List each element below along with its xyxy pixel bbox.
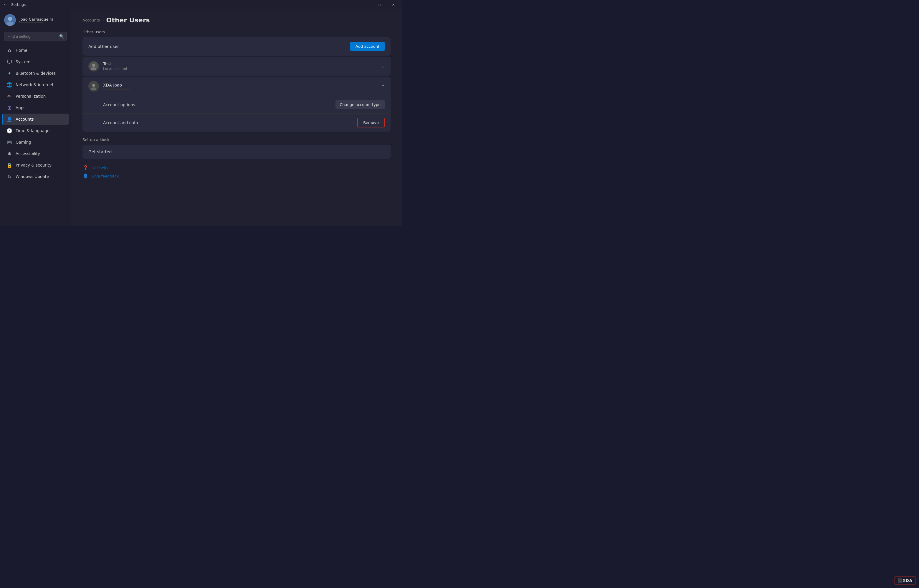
get-help-icon: ❓ (83, 165, 88, 171)
username: João Carrasqueira (19, 17, 53, 21)
titlebar: ← Settings — □ ✕ (0, 0, 402, 10)
user-profile[interactable]: João Carrasqueira (0, 10, 71, 31)
user-info: João Carrasqueira (19, 17, 53, 23)
sidebar-item-label: Home (16, 48, 28, 53)
page-title: Other Users (106, 16, 150, 24)
user-item-xdajoao-info: XDA Joao (103, 83, 130, 90)
give-feedback-link[interactable]: 👤 Give feedback (83, 173, 391, 179)
svg-rect-3 (7, 60, 11, 63)
window-controls: — □ ✕ (359, 0, 400, 10)
sidebar-item-label: Gaming (16, 140, 31, 144)
kiosk-row[interactable]: Get started (83, 145, 391, 159)
sidebar-item-label: Time & language (16, 128, 50, 133)
sidebar-item-personalization[interactable]: ✏ Personalization (2, 90, 69, 102)
remove-button[interactable]: Remove (357, 118, 385, 128)
user-item-test-avatar (88, 61, 99, 71)
sidebar-item-label: Privacy & security (16, 163, 52, 168)
nav-items: ⌂ Home System ✦ Bluetooth & devices 🌐 Ne… (0, 44, 71, 183)
user-item-xdajoao-header[interactable]: XDA Joao ⌄ (83, 77, 391, 96)
sidebar-item-home[interactable]: ⌂ Home (2, 45, 69, 56)
kiosk-section-title: Set up a kiosk (83, 137, 391, 142)
sidebar-item-label: Network & internet (16, 82, 53, 87)
user-item-test-info: Test Local account (103, 61, 128, 71)
user-item-xdajoao-chevron-icon: ⌄ (381, 84, 385, 89)
sidebar: João Carrasqueira 🔍 ⌂ Home (0, 10, 71, 226)
sidebar-item-apps[interactable]: ⊞ Apps (2, 102, 69, 113)
personalization-icon: ✏ (7, 94, 12, 99)
sidebar-item-label: Apps (16, 105, 25, 110)
account-and-data-label: Account and data (103, 120, 138, 125)
get-help-label: Get help (91, 166, 107, 170)
sidebar-item-label: Personalization (16, 94, 45, 99)
accounts-icon: 👤 (7, 116, 12, 122)
search-box: 🔍 (4, 32, 66, 41)
sidebar-item-system[interactable]: System (2, 56, 69, 68)
main-content: Accounts › Other Users Other users Add o… (71, 10, 402, 226)
sidebar-item-label: Accessibility (16, 151, 40, 156)
sidebar-item-bluetooth[interactable]: ✦ Bluetooth & devices (2, 68, 69, 79)
user-item-test-name: Test (103, 61, 128, 66)
sidebar-item-label: System (16, 60, 30, 64)
give-feedback-icon: 👤 (83, 173, 88, 179)
sidebar-item-update[interactable]: ↻ Windows Update (2, 171, 69, 182)
add-other-user-label: Add other user (88, 44, 119, 49)
sidebar-item-time[interactable]: 🕐 Time & language (2, 125, 69, 136)
user-item-xdajoao-name: XDA Joao (103, 83, 130, 87)
add-user-row: Add other user Add account (83, 37, 391, 56)
user-item-xdajoao: XDA Joao ⌄ Account options Change accoun… (83, 77, 391, 132)
close-button[interactable]: ✕ (386, 0, 400, 10)
system-icon (7, 59, 12, 65)
user-item-xdajoao-avatar (88, 81, 99, 92)
maximize-button[interactable]: □ (373, 0, 386, 10)
svg-rect-4 (8, 63, 10, 64)
time-icon: 🕐 (7, 128, 12, 133)
network-icon: 🌐 (7, 82, 12, 87)
back-button[interactable]: ← (2, 3, 9, 7)
gaming-icon: 🎮 (7, 139, 12, 145)
add-account-button[interactable]: Add account (350, 42, 385, 51)
breadcrumb: Accounts › Other Users (83, 16, 391, 24)
user-item-test-sub: Local account (103, 67, 128, 71)
titlebar-title: Settings (11, 3, 26, 7)
titlebar-left: ← Settings (2, 3, 26, 7)
accessibility-icon: ✱ (7, 151, 12, 156)
user-item-xdajoao-sub-bar (103, 89, 130, 90)
other-users-section-title: Other users (83, 30, 391, 34)
bluetooth-icon: ✦ (7, 71, 12, 76)
user-item-test-left: Test Local account (88, 61, 128, 71)
sidebar-item-label: Accounts (16, 117, 34, 121)
home-icon: ⌂ (7, 48, 12, 53)
user-bar-decoration (19, 22, 43, 23)
user-expanded-section: Account options Change account type Acco… (83, 96, 391, 132)
svg-point-1 (8, 17, 12, 21)
user-item-test: Test Local account ⌄ (83, 57, 391, 76)
sidebar-item-privacy[interactable]: 🔒 Privacy & security (2, 160, 69, 171)
sidebar-item-label: Windows Update (16, 174, 49, 179)
give-feedback-label: Give feedback (91, 174, 119, 178)
sidebar-item-accessibility[interactable]: ✱ Accessibility (2, 148, 69, 159)
privacy-icon: 🔒 (7, 162, 12, 168)
account-options-row: Account options Change account type (83, 96, 391, 114)
sidebar-item-label: Bluetooth & devices (16, 71, 56, 76)
help-section: ❓ Get help 👤 Give feedback (83, 165, 391, 179)
get-help-link[interactable]: ❓ Get help (83, 165, 391, 171)
search-input[interactable] (4, 32, 66, 41)
avatar (4, 14, 16, 26)
svg-point-6 (92, 64, 95, 67)
user-item-xdajoao-left: XDA Joao (88, 81, 130, 92)
minimize-button[interactable]: — (359, 0, 373, 10)
app-container: João Carrasqueira 🔍 ⌂ Home (0, 10, 402, 226)
user-item-test-chevron-icon: ⌄ (381, 64, 385, 69)
apps-icon: ⊞ (7, 105, 12, 110)
sidebar-item-accounts[interactable]: 👤 Accounts (2, 114, 69, 125)
kiosk-get-started-label: Get started (88, 150, 112, 154)
sidebar-item-gaming[interactable]: 🎮 Gaming (2, 137, 69, 148)
account-and-data-row: Account and data Remove ← (83, 114, 391, 132)
kiosk-section: Set up a kiosk Get started (83, 137, 391, 159)
sidebar-item-network[interactable]: 🌐 Network & internet (2, 79, 69, 90)
breadcrumb-chevron-icon: › (102, 18, 104, 23)
change-account-type-button[interactable]: Change account type (336, 100, 385, 109)
breadcrumb-parent[interactable]: Accounts (83, 18, 100, 23)
update-icon: ↻ (7, 174, 12, 179)
user-item-test-header[interactable]: Test Local account ⌄ (83, 57, 391, 76)
